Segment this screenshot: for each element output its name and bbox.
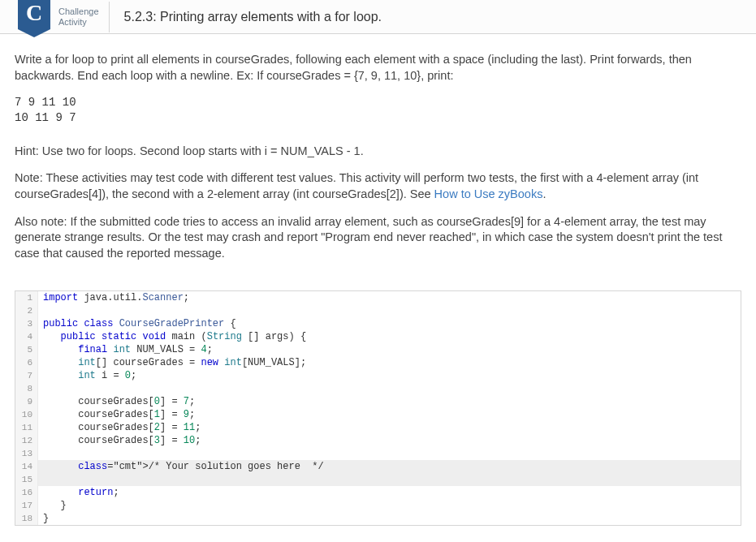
code-line[interactable]: 14 class="cmt">/* Your solution goes her… — [15, 460, 741, 473]
line-number: 4 — [15, 330, 38, 343]
code-line[interactable]: 7 int i = 0; — [15, 369, 741, 382]
code-line[interactable]: 5 final int NUM_VALS = 4; — [15, 343, 741, 356]
code-line[interactable]: 1import java.util.Scanner; — [15, 291, 741, 304]
line-number: 16 — [15, 486, 38, 499]
code-text[interactable]: courseGrades[3] = 10; — [38, 434, 741, 447]
code-line[interactable]: 13 — [15, 447, 741, 460]
line-number: 10 — [15, 408, 38, 421]
note-suffix: . — [542, 187, 546, 200]
note-prefix: Note: These activities may test code wit… — [15, 171, 698, 200]
code-editor[interactable]: 1import java.util.Scanner;23public class… — [15, 290, 741, 526]
line-number: 6 — [15, 356, 38, 369]
code-line[interactable]: 11 courseGrades[2] = 11; — [15, 421, 741, 434]
line-number: 18 — [15, 512, 38, 525]
line-number: 13 — [15, 447, 38, 460]
activity-header: C Challenge Activity 5.2.3: Printing arr… — [0, 0, 756, 34]
code-line[interactable]: 3public class CourseGradePrinter { — [15, 317, 741, 330]
line-number: 14 — [15, 460, 38, 473]
code-text[interactable]: public class CourseGradePrinter { — [38, 317, 741, 330]
code-line[interactable]: 15 — [15, 473, 741, 486]
badge-label-line1: Challenge — [58, 6, 99, 17]
code-line[interactable]: 9 courseGrades[0] = 7; — [15, 395, 741, 408]
line-number: 7 — [15, 369, 38, 382]
line-number: 5 — [15, 343, 38, 356]
code-text[interactable]: } — [38, 499, 741, 512]
code-text[interactable]: import java.util.Scanner; — [38, 291, 741, 304]
code-text[interactable]: } — [38, 512, 741, 525]
code-text[interactable] — [38, 447, 741, 460]
line-number: 11 — [15, 421, 38, 434]
code-line[interactable]: 16 return; — [15, 486, 741, 499]
code-line[interactable]: 17 } — [15, 499, 741, 512]
code-text[interactable] — [38, 473, 741, 486]
badge-ribbon — [18, 29, 50, 37]
code-text[interactable]: courseGrades[0] = 7; — [38, 395, 741, 408]
instructions: Write a for loop to print all elements i… — [0, 34, 756, 281]
badge-label-line2: Activity — [58, 17, 99, 28]
code-text[interactable]: public static void main (String [] args)… — [38, 330, 741, 343]
code-line[interactable]: 2 — [15, 304, 741, 317]
line-number: 17 — [15, 499, 38, 512]
code-text[interactable]: final int NUM_VALS = 4; — [38, 343, 741, 356]
line-number: 3 — [15, 317, 38, 330]
line-number: 9 — [15, 395, 38, 408]
instruction-paragraph: Write a for loop to print all elements i… — [15, 52, 741, 84]
note-paragraph: Note: These activities may test code wit… — [15, 170, 741, 202]
also-note-paragraph: Also note: If the submitted code tries t… — [15, 214, 741, 262]
code-text[interactable]: courseGrades[1] = 9; — [38, 408, 741, 421]
code-text[interactable] — [38, 382, 741, 395]
activity-title: 5.2.3: Printing array elements with a fo… — [124, 10, 382, 24]
code-line[interactable]: 6 int[] courseGrades = new int[NUM_VALS]… — [15, 356, 741, 369]
line-number: 1 — [15, 291, 38, 304]
line-number: 12 — [15, 434, 38, 447]
example-output: 7 9 11 10 10 11 9 7 — [15, 95, 741, 126]
code-text[interactable]: int i = 0; — [38, 369, 741, 382]
badge-label: Challenge Activity — [58, 2, 110, 32]
code-text[interactable] — [38, 304, 741, 317]
hint-paragraph: Hint: Use two for loops. Second loop sta… — [15, 144, 741, 160]
line-number: 8 — [15, 382, 38, 395]
code-line[interactable]: 8 — [15, 382, 741, 395]
code-line[interactable]: 10 courseGrades[1] = 9; — [15, 408, 741, 421]
activity-badge: C — [15, 0, 54, 34]
code-text[interactable]: return; — [38, 486, 741, 499]
zybooks-link[interactable]: How to Use zyBooks — [434, 187, 543, 200]
code-text[interactable]: class="cmt">/* Your solution goes here *… — [38, 460, 741, 473]
code-line[interactable]: 4 public static void main (String [] arg… — [15, 330, 741, 343]
code-text[interactable]: int[] courseGrades = new int[NUM_VALS]; — [38, 356, 741, 369]
line-number: 2 — [15, 304, 38, 317]
code-line[interactable]: 12 courseGrades[3] = 10; — [15, 434, 741, 447]
code-text[interactable]: courseGrades[2] = 11; — [38, 421, 741, 434]
code-line[interactable]: 18} — [15, 512, 741, 525]
line-number: 15 — [15, 473, 38, 486]
badge-letter: C — [18, 0, 50, 29]
